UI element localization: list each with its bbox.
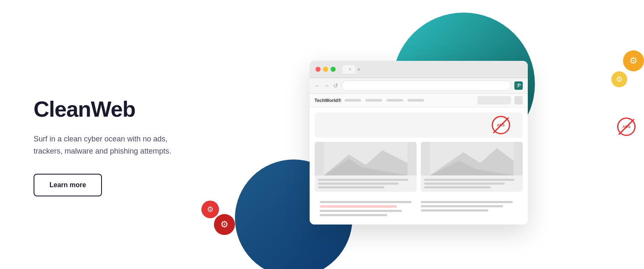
traffic-lights	[315, 67, 336, 72]
nav-search-bar	[477, 96, 511, 104]
text-line	[421, 201, 513, 203]
malware-icon-red-1: ⚙	[201, 201, 219, 218]
ads-badge-top-text: ADS	[497, 123, 505, 127]
learn-more-button[interactable]: Learn more	[34, 174, 102, 196]
card-text-lines-1	[315, 175, 417, 192]
nav-placeholders	[344, 99, 474, 102]
page-title: CleanWeb	[34, 97, 193, 121]
malware-gear-2: ⚙	[220, 219, 229, 230]
extension-symbol: 𝓟	[517, 83, 520, 89]
card-image-svg-2	[421, 142, 523, 175]
text-line	[320, 210, 402, 212]
site-logo: TechWorld®	[315, 98, 342, 103]
gear-icon-symbol-small: ⚙	[616, 75, 623, 84]
text-line	[318, 186, 385, 188]
card-image-2	[421, 142, 523, 175]
traffic-light-red	[315, 67, 321, 72]
bottom-col-1	[320, 201, 417, 216]
browser-nav-bar: TechWorld®	[310, 94, 528, 107]
text-line	[424, 179, 515, 181]
text-line	[424, 183, 505, 185]
card-text-lines-2	[421, 175, 523, 192]
page-wrapper: CleanWeb Surf in a clean cyber ocean wit…	[0, 0, 644, 269]
nav-placeholder-1	[344, 99, 361, 102]
right-section: ⚙ ⚙ ⚙ ⚙ ADS	[210, 25, 610, 269]
text-line	[320, 214, 388, 216]
gear-icon-symbol-large: ⚙	[629, 55, 638, 66]
malware-icon-red-2: ⚙	[214, 214, 235, 235]
text-line	[318, 183, 399, 185]
tab-close-button[interactable]: ×	[349, 67, 352, 72]
tab-plus-icon[interactable]: +	[357, 66, 360, 73]
text-line	[318, 179, 409, 181]
browser-content: ADS	[310, 107, 528, 225]
gear-icon-yellow-large: ⚙	[623, 50, 644, 71]
traffic-light-green	[331, 67, 336, 72]
ads-badge-top: ADS	[492, 116, 510, 134]
content-card-2	[421, 142, 523, 192]
bottom-text-section	[315, 196, 523, 219]
ads-badge-right-text: ADS	[622, 125, 630, 129]
highlight-red-line	[320, 205, 397, 208]
content-cards	[315, 142, 523, 192]
nav-placeholder-4	[407, 99, 424, 102]
extension-icon[interactable]: 𝓟	[514, 81, 523, 90]
text-line	[421, 205, 503, 207]
ads-badge-right: ADS	[617, 118, 636, 136]
browser-tabs: × +	[342, 65, 522, 73]
nav-placeholder-2	[365, 99, 382, 102]
bottom-col-2	[421, 201, 518, 216]
nav-placeholder-3	[386, 99, 403, 102]
card-image-svg-1	[315, 142, 417, 175]
text-line	[320, 201, 412, 203]
left-section: CleanWeb Surf in a clean cyber ocean wit…	[34, 97, 210, 197]
bottom-content-row	[320, 201, 518, 216]
content-card-1	[315, 142, 417, 192]
malware-gear-1: ⚙	[207, 205, 214, 214]
browser-titlebar: × +	[310, 61, 528, 78]
nav-icon	[514, 96, 523, 104]
ad-area: ADS	[315, 112, 523, 138]
address-bar[interactable]	[342, 81, 511, 91]
reload-button[interactable]: ↺	[333, 82, 338, 89]
back-button[interactable]: ←	[315, 82, 321, 89]
forward-button[interactable]: →	[324, 82, 330, 89]
card-image-1	[315, 142, 417, 175]
text-line	[421, 209, 489, 212]
gear-icon-yellow-small: ⚙	[611, 71, 627, 87]
active-tab[interactable]: ×	[342, 65, 356, 73]
browser-toolbar: ← → ↺ 𝓟	[310, 78, 528, 94]
text-line	[424, 186, 491, 188]
hero-description: Surf in a clean cyber ocean with no ads,…	[34, 133, 193, 157]
traffic-light-yellow	[323, 67, 328, 72]
browser-mockup: × + ← → ↺ 𝓟 TechWorld®	[310, 61, 528, 225]
